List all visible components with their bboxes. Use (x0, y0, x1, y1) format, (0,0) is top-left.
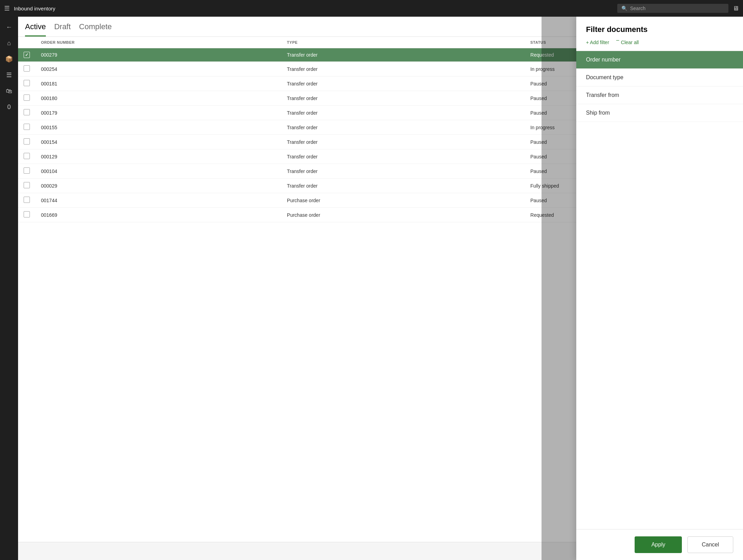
order-number-cell: 000254 (35, 62, 281, 76)
type-cell: Transfer order (281, 120, 525, 135)
row-checkbox[interactable] (24, 197, 30, 203)
filter-actions: + Add filter ⎺ Clear all (586, 40, 733, 45)
search-bar[interactable]: 🔍 (617, 4, 728, 13)
filter-option-item[interactable]: Order number (576, 51, 743, 69)
topbar: ☰ Inbound inventory 🔍 🖥 (0, 0, 743, 17)
monitor-icon[interactable]: 🖥 (733, 5, 739, 12)
search-input[interactable] (630, 6, 724, 11)
cancel-button[interactable]: Cancel (687, 536, 733, 553)
filter-panel: Filter documents + Add filter ⎺ Clear al… (576, 17, 743, 560)
type-cell: Transfer order (281, 76, 525, 91)
order-number-cell: 000179 (35, 106, 281, 120)
list-icon: ☰ (6, 71, 12, 79)
type-cell: Transfer order (281, 164, 525, 179)
notification-icon: 0 (7, 104, 11, 111)
add-filter-button[interactable]: + Add filter (586, 40, 609, 45)
row-checkbox[interactable] (24, 52, 30, 58)
type-cell: Transfer order (281, 179, 525, 193)
filter-footer: Apply Cancel (576, 529, 743, 560)
app-title: Inbound inventory (14, 6, 613, 11)
order-number-cell: 000104 (35, 164, 281, 179)
order-number-cell: 001744 (35, 193, 281, 208)
row-checkbox[interactable] (24, 109, 30, 115)
row-checkbox[interactable] (24, 80, 30, 86)
filter-option-item[interactable]: Ship from (576, 104, 743, 122)
filter-overlay: Filter documents + Add filter ⎺ Clear al… (542, 17, 743, 560)
home-icon: ⌂ (7, 40, 11, 47)
type-cell: Transfer order (281, 135, 525, 149)
col-order-number: ORDER NUMBER (35, 37, 281, 48)
menu-icon[interactable]: ☰ (4, 5, 10, 12)
filter-option-item[interactable]: Document type (576, 69, 743, 87)
row-checkbox[interactable] (24, 153, 30, 159)
order-number-cell: 000029 (35, 179, 281, 193)
row-checkbox[interactable] (24, 124, 30, 130)
filter-options-list: Order numberDocument typeTransfer fromSh… (576, 51, 743, 529)
order-number-cell: 000181 (35, 76, 281, 91)
main-layout: ← ⌂ 📦 ☰ 🛍 0 Active Draft Complete (0, 17, 743, 560)
clear-icon: ⎺ (616, 40, 619, 45)
type-cell: Transfer order (281, 149, 525, 164)
type-cell: Purchase order (281, 208, 525, 222)
sidebar: ← ⌂ 📦 ☰ 🛍 0 (0, 17, 18, 560)
filter-header: Filter documents + Add filter ⎺ Clear al… (576, 17, 743, 51)
filter-title: Filter documents (586, 25, 733, 34)
sidebar-item-home[interactable]: ⌂ (2, 36, 16, 50)
tab-complete[interactable]: Complete (79, 22, 112, 36)
row-checkbox[interactable] (24, 94, 30, 101)
content-area: Active Draft Complete ORDER NUMBER TYPE … (18, 17, 743, 560)
clear-all-button[interactable]: ⎺ Clear all (616, 40, 639, 45)
type-cell: Transfer order (281, 48, 525, 62)
order-number-cell: 001669 (35, 208, 281, 222)
type-cell: Purchase order (281, 193, 525, 208)
tab-active[interactable]: Active (25, 22, 46, 36)
sidebar-item-packages[interactable]: 📦 (2, 52, 16, 66)
clear-all-label: Clear all (621, 40, 639, 45)
apply-button[interactable]: Apply (635, 536, 682, 553)
order-number-cell: 000155 (35, 120, 281, 135)
bag-icon: 🛍 (6, 88, 12, 95)
tab-draft[interactable]: Draft (54, 22, 71, 36)
col-checkbox (18, 37, 35, 48)
back-icon: ← (6, 24, 12, 31)
type-cell: Transfer order (281, 91, 525, 106)
row-checkbox[interactable] (24, 167, 30, 174)
filter-option-item[interactable]: Transfer from (576, 87, 743, 104)
packages-icon: 📦 (5, 55, 13, 63)
type-cell: Transfer order (281, 106, 525, 120)
sidebar-item-notification[interactable]: 0 (2, 100, 16, 114)
search-icon: 🔍 (621, 6, 627, 11)
order-number-cell: 000129 (35, 149, 281, 164)
row-checkbox[interactable] (24, 182, 30, 188)
row-checkbox[interactable] (24, 65, 30, 72)
order-number-cell: 000154 (35, 135, 281, 149)
sidebar-item-menu[interactable]: ☰ (2, 68, 16, 82)
row-checkbox[interactable] (24, 211, 30, 217)
sidebar-item-bag[interactable]: 🛍 (2, 84, 16, 98)
col-type: TYPE (281, 37, 525, 48)
row-checkbox[interactable] (24, 138, 30, 145)
sidebar-back[interactable]: ← (2, 20, 16, 34)
order-number-cell: 000180 (35, 91, 281, 106)
order-number-cell: 000279 (35, 48, 281, 62)
type-cell: Transfer order (281, 62, 525, 76)
